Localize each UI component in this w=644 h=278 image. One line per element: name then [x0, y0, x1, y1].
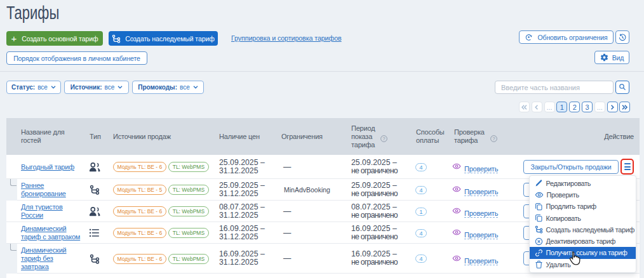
svg-text:?: ?	[382, 135, 385, 141]
svg-text:?: ?	[492, 135, 495, 141]
